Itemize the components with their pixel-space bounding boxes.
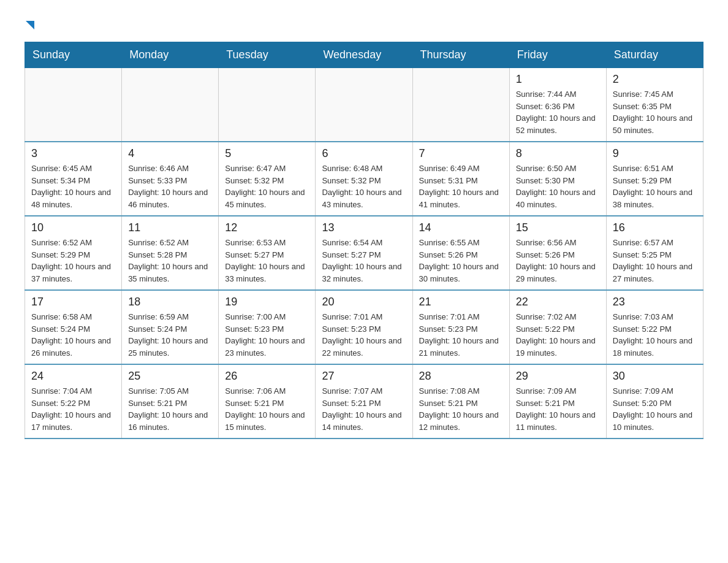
calendar-cell: 3Sunrise: 6:45 AM Sunset: 5:34 PM Daylig… [25, 142, 122, 216]
logo-arrow-icon [26, 21, 34, 29]
day-number: 12 [225, 221, 309, 234]
weekday-header-sunday: Sunday [25, 42, 122, 68]
day-number: 5 [225, 147, 309, 160]
calendar-cell [316, 68, 412, 142]
day-info: Sunrise: 6:57 AM Sunset: 5:25 PM Dayligh… [613, 237, 697, 285]
week-row-1: 1Sunrise: 7:44 AM Sunset: 6:36 PM Daylig… [25, 68, 703, 142]
day-info: Sunrise: 6:46 AM Sunset: 5:33 PM Dayligh… [128, 163, 212, 210]
calendar-cell: 6Sunrise: 6:48 AM Sunset: 5:32 PM Daylig… [316, 142, 412, 216]
day-info: Sunrise: 7:44 AM Sunset: 6:36 PM Dayligh… [516, 88, 600, 136]
weekday-header-monday: Monday [122, 42, 219, 68]
calendar-cell: 26Sunrise: 7:06 AM Sunset: 5:21 PM Dayli… [219, 364, 316, 439]
day-info: Sunrise: 7:02 AM Sunset: 5:22 PM Dayligh… [516, 311, 600, 359]
week-row-3: 10Sunrise: 6:52 AM Sunset: 5:29 PM Dayli… [25, 216, 703, 290]
day-info: Sunrise: 7:09 AM Sunset: 5:20 PM Dayligh… [613, 385, 697, 433]
calendar-cell: 19Sunrise: 7:00 AM Sunset: 5:23 PM Dayli… [219, 290, 316, 364]
day-info: Sunrise: 7:06 AM Sunset: 5:21 PM Dayligh… [225, 385, 309, 433]
day-number: 11 [128, 221, 212, 234]
calendar-cell: 28Sunrise: 7:08 AM Sunset: 5:21 PM Dayli… [412, 364, 509, 439]
calendar-cell [219, 68, 316, 142]
day-number: 4 [128, 147, 212, 160]
calendar-cell: 15Sunrise: 6:56 AM Sunset: 5:26 PM Dayli… [509, 216, 606, 290]
day-info: Sunrise: 6:56 AM Sunset: 5:26 PM Dayligh… [516, 237, 600, 285]
day-number: 15 [516, 221, 600, 234]
calendar-cell: 16Sunrise: 6:57 AM Sunset: 5:25 PM Dayli… [606, 216, 703, 290]
day-number: 13 [322, 221, 406, 234]
day-number: 29 [516, 370, 600, 383]
day-info: Sunrise: 6:50 AM Sunset: 5:30 PM Dayligh… [516, 163, 600, 210]
calendar-cell: 12Sunrise: 6:53 AM Sunset: 5:27 PM Dayli… [219, 216, 316, 290]
day-number: 3 [31, 147, 115, 160]
calendar-cell: 30Sunrise: 7:09 AM Sunset: 5:20 PM Dayli… [606, 364, 703, 439]
week-row-4: 17Sunrise: 6:58 AM Sunset: 5:24 PM Dayli… [25, 290, 703, 364]
calendar-cell: 2Sunrise: 7:45 AM Sunset: 6:35 PM Daylig… [606, 68, 703, 142]
weekday-header-saturday: Saturday [606, 42, 703, 68]
day-info: Sunrise: 7:08 AM Sunset: 5:21 PM Dayligh… [419, 385, 503, 433]
day-number: 21 [419, 296, 503, 308]
weekday-header-thursday: Thursday [412, 42, 509, 68]
day-info: Sunrise: 6:54 AM Sunset: 5:27 PM Dayligh… [322, 237, 406, 285]
logo [25, 18, 34, 29]
day-number: 22 [516, 296, 600, 308]
day-number: 10 [31, 221, 115, 234]
day-number: 6 [322, 147, 406, 160]
calendar-cell: 4Sunrise: 6:46 AM Sunset: 5:33 PM Daylig… [122, 142, 219, 216]
day-info: Sunrise: 6:47 AM Sunset: 5:32 PM Dayligh… [225, 163, 309, 210]
weekday-header-wednesday: Wednesday [316, 42, 412, 68]
day-info: Sunrise: 7:07 AM Sunset: 5:21 PM Dayligh… [322, 385, 406, 433]
day-info: Sunrise: 7:00 AM Sunset: 5:23 PM Dayligh… [225, 311, 309, 359]
day-info: Sunrise: 6:52 AM Sunset: 5:28 PM Dayligh… [128, 237, 212, 285]
day-number: 25 [128, 370, 212, 383]
day-number: 16 [613, 221, 697, 234]
calendar-cell: 29Sunrise: 7:09 AM Sunset: 5:21 PM Dayli… [509, 364, 606, 439]
weekday-row: SundayMondayTuesdayWednesdayThursdayFrid… [25, 42, 703, 68]
day-info: Sunrise: 7:09 AM Sunset: 5:21 PM Dayligh… [516, 385, 600, 433]
page-header [25, 18, 703, 29]
day-info: Sunrise: 7:05 AM Sunset: 5:21 PM Dayligh… [128, 385, 212, 433]
day-number: 27 [322, 370, 406, 383]
calendar-cell: 21Sunrise: 7:01 AM Sunset: 5:23 PM Dayli… [412, 290, 509, 364]
calendar-cell: 7Sunrise: 6:49 AM Sunset: 5:31 PM Daylig… [412, 142, 509, 216]
calendar-cell [25, 68, 122, 142]
day-info: Sunrise: 6:53 AM Sunset: 5:27 PM Dayligh… [225, 237, 309, 285]
day-info: Sunrise: 7:04 AM Sunset: 5:22 PM Dayligh… [31, 385, 115, 433]
calendar-cell: 24Sunrise: 7:04 AM Sunset: 5:22 PM Dayli… [25, 364, 122, 439]
day-info: Sunrise: 7:45 AM Sunset: 6:35 PM Dayligh… [613, 88, 697, 136]
day-number: 14 [419, 221, 503, 234]
day-info: Sunrise: 6:49 AM Sunset: 5:31 PM Dayligh… [419, 163, 503, 210]
day-number: 7 [419, 147, 503, 160]
calendar-cell: 27Sunrise: 7:07 AM Sunset: 5:21 PM Dayli… [316, 364, 412, 439]
calendar-cell: 11Sunrise: 6:52 AM Sunset: 5:28 PM Dayli… [122, 216, 219, 290]
week-row-2: 3Sunrise: 6:45 AM Sunset: 5:34 PM Daylig… [25, 142, 703, 216]
day-number: 30 [613, 370, 697, 383]
calendar-body: 1Sunrise: 7:44 AM Sunset: 6:36 PM Daylig… [25, 68, 703, 439]
day-info: Sunrise: 6:52 AM Sunset: 5:29 PM Dayligh… [31, 237, 115, 285]
calendar-cell: 20Sunrise: 7:01 AM Sunset: 5:23 PM Dayli… [316, 290, 412, 364]
calendar-cell: 13Sunrise: 6:54 AM Sunset: 5:27 PM Dayli… [316, 216, 412, 290]
calendar-cell: 14Sunrise: 6:55 AM Sunset: 5:26 PM Dayli… [412, 216, 509, 290]
day-number: 24 [31, 370, 115, 383]
day-info: Sunrise: 6:45 AM Sunset: 5:34 PM Dayligh… [31, 163, 115, 210]
calendar-cell: 23Sunrise: 7:03 AM Sunset: 5:22 PM Dayli… [606, 290, 703, 364]
day-number: 2 [613, 73, 697, 86]
day-info: Sunrise: 6:55 AM Sunset: 5:26 PM Dayligh… [419, 237, 503, 285]
day-number: 17 [31, 296, 115, 308]
day-info: Sunrise: 7:03 AM Sunset: 5:22 PM Dayligh… [613, 311, 697, 359]
day-number: 19 [225, 296, 309, 308]
day-info: Sunrise: 6:51 AM Sunset: 5:29 PM Dayligh… [613, 163, 697, 210]
day-number: 1 [516, 73, 600, 86]
day-number: 8 [516, 147, 600, 160]
calendar-cell [122, 68, 219, 142]
day-number: 18 [128, 296, 212, 308]
day-number: 20 [322, 296, 406, 308]
calendar-cell: 10Sunrise: 6:52 AM Sunset: 5:29 PM Dayli… [25, 216, 122, 290]
day-info: Sunrise: 6:48 AM Sunset: 5:32 PM Dayligh… [322, 163, 406, 210]
weekday-header-friday: Friday [509, 42, 606, 68]
day-info: Sunrise: 6:59 AM Sunset: 5:24 PM Dayligh… [128, 311, 212, 359]
calendar-cell: 1Sunrise: 7:44 AM Sunset: 6:36 PM Daylig… [509, 68, 606, 142]
day-info: Sunrise: 6:58 AM Sunset: 5:24 PM Dayligh… [31, 311, 115, 359]
calendar-cell: 17Sunrise: 6:58 AM Sunset: 5:24 PM Dayli… [25, 290, 122, 364]
day-info: Sunrise: 7:01 AM Sunset: 5:23 PM Dayligh… [419, 311, 503, 359]
week-row-5: 24Sunrise: 7:04 AM Sunset: 5:22 PM Dayli… [25, 364, 703, 439]
day-number: 23 [613, 296, 697, 308]
